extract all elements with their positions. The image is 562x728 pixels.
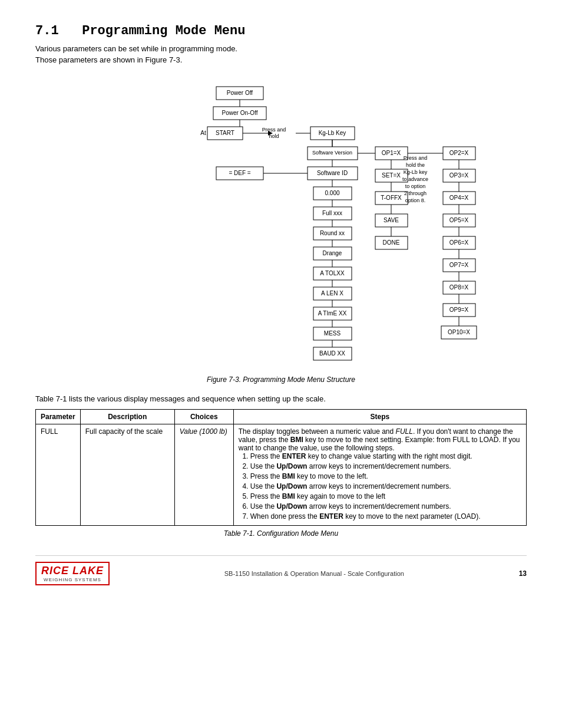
svg-text:2 through: 2 through: [404, 190, 427, 196]
svg-text:SET=X: SET=X: [382, 172, 401, 179]
svg-text:to option: to option: [405, 183, 426, 189]
svg-text:Kg-Lb key: Kg-Lb key: [404, 169, 428, 175]
step-2: Use the Up/Down arrow keys to increment/…: [250, 462, 521, 470]
svg-text:A LEN X: A LEN X: [321, 290, 343, 297]
svg-text:START: START: [216, 130, 234, 136]
step-6: Use the Up/Down arrow keys to increment/…: [250, 502, 521, 510]
svg-text:OP3=X: OP3=X: [449, 172, 469, 179]
diagram: Power Off Power On-Off At START Press an…: [75, 82, 487, 371]
svg-text:= DEF =: = DEF =: [229, 170, 250, 176]
footer-page-number: 13: [519, 569, 527, 578]
step-7: When done press the ENTER key to move to…: [250, 512, 521, 521]
svg-text:OP8=X: OP8=X: [449, 284, 469, 291]
svg-text:Power On-Off: Power On-Off: [222, 110, 258, 116]
svg-text:Power Off: Power Off: [227, 90, 253, 96]
svg-text:OP6=X: OP6=X: [449, 239, 469, 246]
step-4: Use the Up/Down arrow keys to increment/…: [250, 482, 521, 490]
intro-line2: Those parameters are shown in Figure 7-3…: [35, 55, 527, 64]
svg-text:OP7=X: OP7=X: [449, 262, 469, 268]
figure-caption: Figure 7-3. Programming Mode Menu Struct…: [35, 375, 527, 384]
step-5: Press the BMI key again to move to the l…: [250, 492, 521, 500]
svg-text:to advance: to advance: [402, 176, 428, 182]
step-1: Press the ENTER key to change value star…: [250, 452, 521, 460]
svg-text:BAUD XX: BAUD XX: [319, 350, 345, 357]
svg-text:0.000: 0.000: [325, 190, 339, 196]
step-3: Press the BMI key to move to the left.: [250, 472, 521, 480]
svg-text:A TOLXX: A TOLXX: [320, 270, 345, 276]
svg-text:Full xxx: Full xxx: [322, 210, 342, 216]
cell-description: Full capacity of the scale: [80, 424, 174, 526]
steps-list: Press the ENTER key to change value star…: [239, 452, 521, 521]
col-header-choices: Choices: [174, 410, 233, 424]
svg-text:hold: hold: [269, 133, 279, 139]
svg-text:Round xx: Round xx: [320, 230, 345, 236]
cell-choices: Value (1000 lb): [174, 424, 233, 526]
svg-text:Kg-Lb Key: Kg-Lb Key: [319, 130, 346, 136]
cell-parameter: FULL: [36, 424, 81, 526]
col-header-description: Description: [80, 410, 174, 424]
table-intro: Table 7-1 lists the various display mess…: [35, 394, 527, 403]
col-header-parameter: Parameter: [36, 410, 81, 424]
svg-text:Software ID: Software ID: [317, 170, 348, 176]
table-row: FULL Full capacity of the scale Value (1…: [36, 424, 527, 526]
svg-text:At: At: [200, 130, 206, 136]
svg-text:Software Version: Software Version: [312, 150, 352, 156]
svg-text:T-OFFX: T-OFFX: [381, 195, 402, 201]
svg-text:OP10=X: OP10=X: [448, 329, 470, 335]
svg-text:OP2=X: OP2=X: [449, 150, 469, 156]
svg-text:Press and: Press and: [262, 127, 286, 133]
svg-text:OP5=X: OP5=X: [449, 217, 469, 223]
logo-name: RICE LAKE: [41, 565, 104, 577]
page-footer: RICE LAKE WEIGHING SYSTEMS SB-1150 Insta…: [35, 555, 527, 585]
svg-text:hold the: hold the: [406, 162, 425, 168]
config-table: Parameter Description Choices Steps FULL…: [35, 409, 527, 526]
logo-sub: WEIGHING SYSTEMS: [44, 577, 101, 582]
svg-text:OP9=X: OP9=X: [449, 307, 469, 313]
logo-box: RICE LAKE WEIGHING SYSTEMS: [35, 562, 110, 585]
svg-text:A TImE XX: A TImE XX: [318, 310, 347, 317]
section-title: 7.1 Programming Mode Menu: [35, 24, 527, 38]
svg-text:option 8.: option 8.: [405, 197, 426, 203]
svg-text:SAVE: SAVE: [384, 217, 399, 223]
footer-logo: RICE LAKE WEIGHING SYSTEMS: [35, 562, 110, 585]
flow-diagram: Power Off Power On-Off At START Press an…: [75, 82, 487, 371]
table-caption: Table 7-1. Configuration Mode Menu: [35, 529, 527, 538]
intro-line1: Various parameters can be set while in p…: [35, 44, 527, 53]
steps-intro: The display toggles between a numeric va…: [239, 427, 520, 452]
col-header-steps: Steps: [233, 410, 526, 424]
svg-text:OP1=X: OP1=X: [382, 150, 401, 156]
svg-text:MESS: MESS: [324, 330, 341, 337]
svg-text:Drange: Drange: [323, 250, 342, 256]
cell-steps: The display toggles between a numeric va…: [233, 424, 526, 526]
svg-text:Press and: Press and: [404, 155, 428, 161]
svg-text:DONE: DONE: [383, 239, 400, 246]
footer-center-text: SB-1150 Installation & Operation Manual …: [224, 570, 404, 577]
svg-text:OP4=X: OP4=X: [449, 195, 469, 201]
